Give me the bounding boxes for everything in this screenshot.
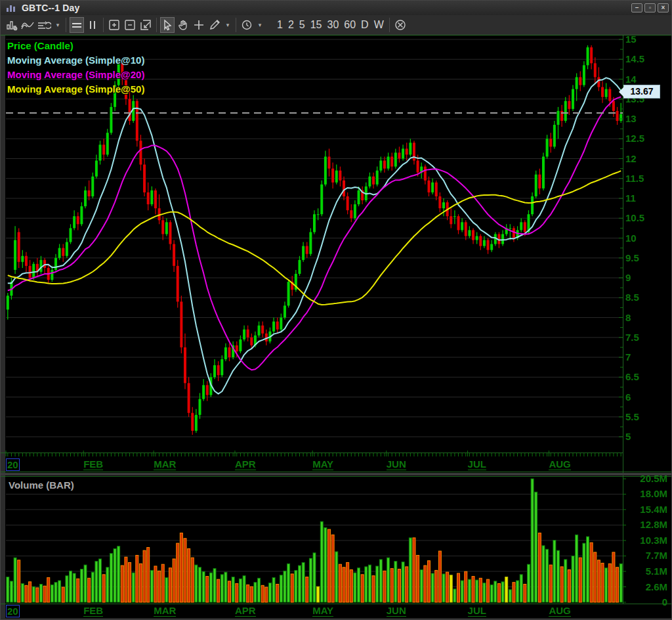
zoom-reset-icon [139, 19, 152, 31]
price-axis-label: 9.5 [625, 252, 639, 263]
legend-price-candle[interactable]: Price (Candle) [7, 39, 144, 53]
price-axis-label: 6.5 [625, 371, 639, 382]
horizontal-layout-button[interactable] [70, 17, 84, 33]
timeframe-week-button[interactable]: W [371, 17, 387, 33]
last-price-label: 13.67 [623, 85, 660, 99]
toolbar-separator [103, 18, 104, 32]
legend-ma50[interactable]: Moving Average (Simple@50) [7, 82, 144, 97]
maximize-button[interactable]: ▫ [644, 3, 656, 12]
date-ticks [6, 451, 621, 456]
candles-layer[interactable] [7, 45, 622, 435]
window-title: GBTC--1 Day [22, 3, 80, 13]
history-dropdown[interactable]: ▾ [255, 17, 264, 33]
vertical-layout-button[interactable] [85, 17, 100, 33]
volume-pane-label: Volume (BAR) [9, 479, 74, 491]
chart-style-bars-button[interactable] [5, 17, 19, 33]
close-button[interactable]: × [658, 3, 669, 12]
price-axis-label: 8.5 [625, 292, 639, 303]
toolbar-separator [66, 18, 66, 32]
indicator-lines-button[interactable] [36, 17, 52, 33]
price-axis-label: 15 [625, 35, 637, 45]
minimize-button[interactable]: – [631, 3, 642, 12]
price-axis-label: 12.5 [625, 133, 644, 144]
pencil-icon [209, 19, 220, 31]
zoom-in-button[interactable] [107, 17, 121, 33]
price-axis-label: 5.5 [625, 411, 639, 422]
price-axis-label: 7.5 [625, 332, 639, 343]
cursor-arrow-icon [161, 19, 173, 31]
date-label-feb[interactable]: FEB [83, 605, 103, 617]
date-label-apr[interactable]: APR [235, 605, 256, 617]
date-label-mar[interactable]: MAR [154, 458, 176, 470]
date-label-jun[interactable]: JUN [387, 605, 406, 617]
date-label-apr[interactable]: APR [235, 458, 256, 470]
cancel-button[interactable] [393, 17, 408, 33]
draw-tool-button[interactable] [207, 17, 222, 33]
date-label-20[interactable]: 20 [6, 605, 20, 617]
history-button[interactable] [240, 17, 254, 33]
timeframe-15min-button[interactable]: 15 [308, 17, 325, 33]
date-label-aug[interactable]: AUG [549, 458, 570, 470]
chart-area: 55.566.577.588.599.51010.51111.51212.513… [1, 35, 672, 618]
chart-style-line-button[interactable] [20, 17, 35, 33]
pan-tool-button[interactable] [176, 17, 190, 33]
crosshair-icon [192, 19, 205, 31]
price-axis-label: 9 [625, 272, 631, 283]
price-volume-chart[interactable]: 55.566.577.588.599.51010.51111.51212.513… [1, 35, 672, 619]
date-label-mar[interactable]: MAR [154, 605, 176, 617]
volume-axis-label: 12.8M [640, 519, 667, 530]
price-axis-label: 12 [625, 153, 637, 164]
date-label-may[interactable]: MAY [312, 458, 333, 470]
bar-chart-icon [6, 19, 18, 31]
legend-ma10[interactable]: Moving Average (Simple@10) [7, 53, 144, 68]
toolbar-separator [389, 18, 390, 32]
legend-ma20[interactable]: Moving Average (Simple@20) [7, 68, 144, 82]
zoom-out-icon [123, 19, 136, 31]
hand-icon [177, 19, 189, 31]
date-axis-volume-pane: 20FEBMARAPRMAYJUNJULAUG [1, 605, 672, 617]
timeframe-1min-button[interactable]: 1 [274, 17, 285, 33]
chart-app-icon [6, 3, 16, 12]
date-label-20[interactable]: 20 [6, 458, 20, 471]
crosshair-tool-button[interactable] [192, 17, 206, 33]
zoom-out-button[interactable] [123, 17, 137, 33]
zoom-reset-button[interactable] [138, 17, 153, 33]
date-label-jul[interactable]: JUL [468, 605, 486, 617]
toolbar-separator [156, 18, 157, 32]
date-label-may[interactable]: MAY [312, 605, 333, 617]
draw-tool-dropdown[interactable]: ▾ [223, 17, 232, 33]
circled-x-icon [394, 19, 407, 31]
vertical-lines-icon [87, 19, 98, 31]
ma10-line [8, 78, 621, 393]
pointer-tool-button[interactable] [160, 17, 175, 33]
app-window: GBTC--1 Day – ▫ × ▾ [0, 0, 672, 620]
price-axis-label: 5 [625, 431, 631, 442]
date-label-jul[interactable]: JUL [468, 458, 486, 470]
indicator-legend: Price (Candle) Moving Average (Simple@10… [7, 39, 144, 97]
date-label-feb[interactable]: FEB [83, 458, 103, 470]
price-axis-label: 14 [625, 74, 637, 85]
volume-axis-label: 20.5M [640, 473, 667, 484]
wave-icon [21, 19, 34, 31]
clock-icon [240, 19, 253, 31]
zoom-in-icon [108, 19, 121, 31]
timeframe-day-button[interactable]: D [358, 17, 371, 33]
date-label-jun[interactable]: JUN [387, 458, 406, 470]
volume-axis-label: 18.0M [640, 488, 667, 499]
volume-axis-label: 15.4M [640, 504, 667, 515]
volume-axis-label: 5.1M [646, 565, 667, 577]
timeframe-5min-button[interactable]: 5 [297, 17, 308, 33]
timeframe-30min-button[interactable]: 30 [325, 17, 342, 33]
price-axis-label: 11.5 [625, 173, 644, 184]
horizontal-lines-icon [70, 19, 83, 31]
volume-axis-label: 10.3M [640, 535, 667, 546]
timeframe-60min-button[interactable]: 60 [341, 17, 358, 33]
price-axis-label: 8 [625, 312, 631, 323]
price-axis-label: 7 [625, 351, 631, 363]
date-axis-price-pane: 20FEBMARAPRMAYJUNJULAUG [1, 458, 672, 471]
price-axis-label: 10 [625, 232, 637, 244]
date-label-aug[interactable]: AUG [549, 605, 570, 617]
volume-axis-label: 7.7M [646, 550, 667, 561]
chart-style-dropdown[interactable]: ▾ [53, 17, 62, 33]
timeframe-2min-button[interactable]: 2 [285, 17, 297, 33]
